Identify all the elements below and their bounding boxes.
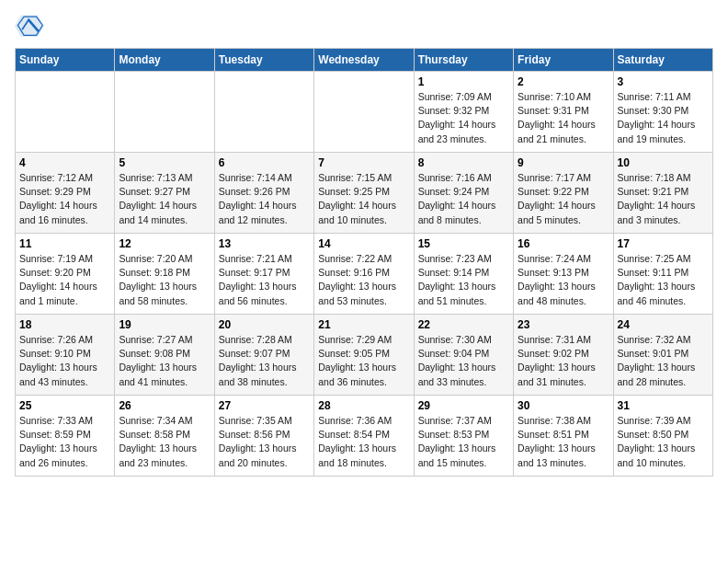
- day-number: 10: [618, 156, 709, 169]
- day-info: Sunrise: 7:37 AM Sunset: 8:53 PM Dayligh…: [418, 414, 509, 470]
- day-number: 18: [19, 318, 110, 331]
- day-info: Sunrise: 7:19 AM Sunset: 9:20 PM Dayligh…: [19, 252, 110, 308]
- calendar-cell: 4Sunrise: 7:12 AM Sunset: 9:29 PM Daylig…: [16, 153, 115, 234]
- day-number: 12: [119, 237, 210, 250]
- column-header-sunday: Sunday: [16, 49, 115, 72]
- day-info: Sunrise: 7:31 AM Sunset: 9:02 PM Dayligh…: [518, 333, 609, 389]
- page-header: [15, 15, 713, 40]
- svg-marker-0: [15, 16, 44, 38]
- calendar-cell: 20Sunrise: 7:28 AM Sunset: 9:07 PM Dayli…: [214, 315, 313, 396]
- week-row-1: 1Sunrise: 7:09 AM Sunset: 9:32 PM Daylig…: [16, 72, 713, 153]
- day-number: 9: [518, 156, 609, 169]
- calendar-cell: 6Sunrise: 7:14 AM Sunset: 9:26 PM Daylig…: [214, 153, 313, 234]
- column-header-friday: Friday: [514, 49, 613, 72]
- day-number: 11: [19, 237, 110, 250]
- calendar-cell: 22Sunrise: 7:30 AM Sunset: 9:04 PM Dayli…: [414, 315, 513, 396]
- day-number: 31: [618, 399, 709, 412]
- day-info: Sunrise: 7:26 AM Sunset: 9:10 PM Dayligh…: [19, 333, 110, 389]
- calendar-cell: 25Sunrise: 7:33 AM Sunset: 8:59 PM Dayli…: [16, 396, 115, 477]
- day-info: Sunrise: 7:18 AM Sunset: 9:21 PM Dayligh…: [618, 171, 709, 227]
- day-info: Sunrise: 7:13 AM Sunset: 9:27 PM Dayligh…: [119, 171, 210, 227]
- calendar-cell: 10Sunrise: 7:18 AM Sunset: 9:21 PM Dayli…: [613, 153, 712, 234]
- day-number: 30: [518, 399, 609, 412]
- calendar-cell: 9Sunrise: 7:17 AM Sunset: 9:22 PM Daylig…: [514, 153, 613, 234]
- day-info: Sunrise: 7:22 AM Sunset: 9:16 PM Dayligh…: [318, 252, 409, 308]
- calendar-cell: 18Sunrise: 7:26 AM Sunset: 9:10 PM Dayli…: [16, 315, 115, 396]
- calendar-cell: 13Sunrise: 7:21 AM Sunset: 9:17 PM Dayli…: [214, 234, 313, 315]
- calendar-table: SundayMondayTuesdayWednesdayThursdayFrid…: [15, 48, 713, 477]
- calendar-cell: 17Sunrise: 7:25 AM Sunset: 9:11 PM Dayli…: [613, 234, 712, 315]
- day-number: 28: [318, 399, 409, 412]
- day-number: 26: [119, 399, 210, 412]
- logo-icon: [15, 15, 44, 40]
- day-info: Sunrise: 7:10 AM Sunset: 9:31 PM Dayligh…: [518, 90, 609, 146]
- calendar-cell: 21Sunrise: 7:29 AM Sunset: 9:05 PM Dayli…: [314, 315, 414, 396]
- week-row-5: 25Sunrise: 7:33 AM Sunset: 8:59 PM Dayli…: [16, 396, 713, 477]
- day-info: Sunrise: 7:25 AM Sunset: 9:11 PM Dayligh…: [618, 252, 709, 308]
- calendar-cell: [16, 72, 115, 153]
- logo: [15, 15, 48, 40]
- day-number: 20: [219, 318, 310, 331]
- day-number: 8: [418, 156, 509, 169]
- day-info: Sunrise: 7:27 AM Sunset: 9:08 PM Dayligh…: [119, 333, 210, 389]
- day-number: 19: [119, 318, 210, 331]
- calendar-cell: 7Sunrise: 7:15 AM Sunset: 9:25 PM Daylig…: [314, 153, 414, 234]
- day-number: 3: [618, 75, 709, 88]
- day-number: 27: [219, 399, 310, 412]
- day-number: 6: [219, 156, 310, 169]
- calendar-cell: 24Sunrise: 7:32 AM Sunset: 9:01 PM Dayli…: [613, 315, 712, 396]
- calendar-cell: [115, 72, 214, 153]
- day-info: Sunrise: 7:30 AM Sunset: 9:04 PM Dayligh…: [418, 333, 509, 389]
- calendar-cell: 30Sunrise: 7:38 AM Sunset: 8:51 PM Dayli…: [514, 396, 613, 477]
- calendar-cell: 29Sunrise: 7:37 AM Sunset: 8:53 PM Dayli…: [414, 396, 513, 477]
- day-number: 29: [418, 399, 509, 412]
- calendar-cell: 19Sunrise: 7:27 AM Sunset: 9:08 PM Dayli…: [115, 315, 214, 396]
- day-info: Sunrise: 7:15 AM Sunset: 9:25 PM Dayligh…: [318, 171, 409, 227]
- day-info: Sunrise: 7:38 AM Sunset: 8:51 PM Dayligh…: [518, 414, 609, 470]
- calendar-cell: 11Sunrise: 7:19 AM Sunset: 9:20 PM Dayli…: [16, 234, 115, 315]
- day-info: Sunrise: 7:21 AM Sunset: 9:17 PM Dayligh…: [219, 252, 310, 308]
- day-number: 24: [618, 318, 709, 331]
- week-row-2: 4Sunrise: 7:12 AM Sunset: 9:29 PM Daylig…: [16, 153, 713, 234]
- day-number: 14: [318, 237, 409, 250]
- week-row-3: 11Sunrise: 7:19 AM Sunset: 9:20 PM Dayli…: [16, 234, 713, 315]
- day-info: Sunrise: 7:12 AM Sunset: 9:29 PM Dayligh…: [19, 171, 110, 227]
- calendar-cell: 31Sunrise: 7:39 AM Sunset: 8:50 PM Dayli…: [613, 396, 712, 477]
- day-number: 17: [618, 237, 709, 250]
- day-number: 2: [518, 75, 609, 88]
- calendar-cell: [314, 72, 414, 153]
- calendar-cell: 16Sunrise: 7:24 AM Sunset: 9:13 PM Dayli…: [514, 234, 613, 315]
- day-info: Sunrise: 7:24 AM Sunset: 9:13 PM Dayligh…: [518, 252, 609, 308]
- column-header-thursday: Thursday: [414, 49, 513, 72]
- calendar-cell: 28Sunrise: 7:36 AM Sunset: 8:54 PM Dayli…: [314, 396, 414, 477]
- column-header-saturday: Saturday: [613, 49, 712, 72]
- calendar-cell: 27Sunrise: 7:35 AM Sunset: 8:56 PM Dayli…: [214, 396, 313, 477]
- calendar-cell: [214, 72, 313, 153]
- calendar-cell: 12Sunrise: 7:20 AM Sunset: 9:18 PM Dayli…: [115, 234, 214, 315]
- calendar-cell: 26Sunrise: 7:34 AM Sunset: 8:58 PM Dayli…: [115, 396, 214, 477]
- calendar-cell: 15Sunrise: 7:23 AM Sunset: 9:14 PM Dayli…: [414, 234, 513, 315]
- column-header-wednesday: Wednesday: [314, 49, 414, 72]
- calendar-cell: 23Sunrise: 7:31 AM Sunset: 9:02 PM Dayli…: [514, 315, 613, 396]
- day-info: Sunrise: 7:16 AM Sunset: 9:24 PM Dayligh…: [418, 171, 509, 227]
- day-number: 13: [219, 237, 310, 250]
- day-info: Sunrise: 7:32 AM Sunset: 9:01 PM Dayligh…: [618, 333, 709, 389]
- day-info: Sunrise: 7:28 AM Sunset: 9:07 PM Dayligh…: [219, 333, 310, 389]
- day-number: 23: [518, 318, 609, 331]
- day-number: 16: [518, 237, 609, 250]
- day-number: 7: [318, 156, 409, 169]
- day-number: 4: [19, 156, 110, 169]
- day-number: 15: [418, 237, 509, 250]
- calendar-cell: 14Sunrise: 7:22 AM Sunset: 9:16 PM Dayli…: [314, 234, 414, 315]
- calendar-cell: 3Sunrise: 7:11 AM Sunset: 9:30 PM Daylig…: [613, 72, 712, 153]
- day-info: Sunrise: 7:33 AM Sunset: 8:59 PM Dayligh…: [19, 414, 110, 470]
- day-number: 21: [318, 318, 409, 331]
- day-info: Sunrise: 7:36 AM Sunset: 8:54 PM Dayligh…: [318, 414, 409, 470]
- calendar-cell: 8Sunrise: 7:16 AM Sunset: 9:24 PM Daylig…: [414, 153, 513, 234]
- day-number: 22: [418, 318, 509, 331]
- day-number: 1: [418, 75, 509, 88]
- calendar-cell: 2Sunrise: 7:10 AM Sunset: 9:31 PM Daylig…: [514, 72, 613, 153]
- day-info: Sunrise: 7:34 AM Sunset: 8:58 PM Dayligh…: [119, 414, 210, 470]
- header-row: SundayMondayTuesdayWednesdayThursdayFrid…: [16, 49, 713, 72]
- day-info: Sunrise: 7:23 AM Sunset: 9:14 PM Dayligh…: [418, 252, 509, 308]
